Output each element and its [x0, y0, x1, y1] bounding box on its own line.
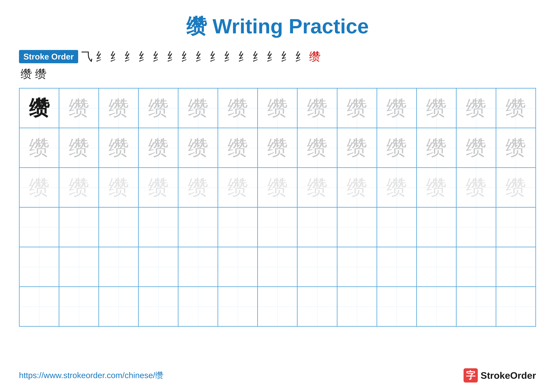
practice-char-ghost: 缵: [426, 177, 447, 198]
grid-cell-1-11[interactable]: 缵: [416, 88, 456, 128]
grid-cell-3-4[interactable]: 缵: [139, 168, 178, 207]
practice-char-guide: 缵: [347, 138, 367, 158]
grid-cell-6-6[interactable]: [218, 287, 258, 326]
grid-cell-2-10[interactable]: 缵: [377, 128, 416, 168]
grid-cell-5-11[interactable]: [416, 247, 456, 287]
grid-cell-5-13[interactable]: [496, 247, 536, 287]
practice-char-guide: 缵: [505, 98, 526, 118]
grid-cell-4-2[interactable]: [59, 207, 99, 247]
grid-cell-5-6[interactable]: [218, 247, 258, 287]
practice-char-guide: 缵: [386, 98, 407, 118]
grid-cell-4-9[interactable]: [337, 207, 377, 247]
grid-cell-2-5[interactable]: 缵: [178, 128, 218, 168]
grid-cell-3-12[interactable]: 缵: [456, 168, 496, 207]
grid-cell-3-6[interactable]: 缵: [218, 168, 258, 207]
grid-cell-3-1[interactable]: 缵: [19, 168, 59, 207]
stroke-11: 纟: [224, 51, 235, 62]
page: 缵 Writing Practice Stroke Order ⺄ 纟 纟 纟 …: [0, 0, 555, 392]
grid-cell-2-2[interactable]: 缵: [59, 128, 99, 168]
grid-cell-5-2[interactable]: [59, 247, 99, 287]
grid-cell-1-9[interactable]: 缵: [337, 88, 377, 128]
grid-cell-1-8[interactable]: 缵: [297, 88, 337, 128]
grid-cell-3-13[interactable]: 缵: [496, 168, 536, 207]
grid-cell-5-10[interactable]: [377, 247, 416, 287]
grid-cell-2-3[interactable]: 缵: [99, 128, 139, 168]
practice-char-guide: 缵: [307, 98, 328, 118]
practice-char-ghost: 缵: [505, 177, 526, 198]
grid-cell-4-5[interactable]: [178, 207, 218, 247]
grid-cell-1-6[interactable]: 缵: [218, 88, 258, 128]
grid-cell-3-2[interactable]: 缵: [59, 168, 99, 207]
grid-cell-5-5[interactable]: [178, 247, 218, 287]
grid-cell-5-4[interactable]: [139, 247, 178, 287]
grid-cell-5-8[interactable]: [297, 247, 337, 287]
practice-char-guide: 缵: [108, 138, 129, 158]
grid-cell-4-1[interactable]: [19, 207, 59, 247]
footer: https://www.strokeorder.com/chinese/缵 字 …: [19, 368, 536, 383]
grid-cell-2-1[interactable]: 缵: [19, 128, 59, 168]
grid-cell-2-13[interactable]: 缵: [496, 128, 536, 168]
grid-cell-4-12[interactable]: [456, 207, 496, 247]
grid-cell-3-3[interactable]: 缵: [99, 168, 139, 207]
grid-cell-1-3[interactable]: 缵: [99, 88, 139, 128]
grid-cell-6-4[interactable]: [139, 287, 178, 326]
grid-cell-6-3[interactable]: [99, 287, 139, 326]
grid-cell-3-8[interactable]: 缵: [297, 168, 337, 207]
stroke-sequence: ⺄ 纟 纟 纟 纟 纟 纟 纟 纟 纟 纟 纟 纟 纟 纟 纟 缵: [81, 51, 321, 62]
practice-char-guide: 缵: [188, 138, 208, 158]
grid-cell-4-8[interactable]: [297, 207, 337, 247]
grid-cell-3-11[interactable]: 缵: [416, 168, 456, 207]
grid-cell-4-6[interactable]: [218, 207, 258, 247]
grid-cell-4-11[interactable]: [416, 207, 456, 247]
grid-cell-1-5[interactable]: 缵: [178, 88, 218, 128]
grid-cell-6-9[interactable]: [337, 287, 377, 326]
grid-cell-4-4[interactable]: [139, 207, 178, 247]
grid-cell-6-1[interactable]: [19, 287, 59, 326]
grid-cell-3-9[interactable]: 缵: [337, 168, 377, 207]
grid-cell-6-12[interactable]: [456, 287, 496, 326]
grid-cell-2-7[interactable]: 缵: [258, 128, 297, 168]
grid-cell-6-11[interactable]: [416, 287, 456, 326]
grid-cell-1-12[interactable]: 缵: [456, 88, 496, 128]
grid-cell-5-3[interactable]: [99, 247, 139, 287]
grid-cell-1-7[interactable]: 缵: [258, 88, 297, 128]
grid-cell-6-13[interactable]: [496, 287, 536, 326]
grid-cell-5-9[interactable]: [337, 247, 377, 287]
grid-cell-2-6[interactable]: 缵: [218, 128, 258, 168]
grid-row-3: 缵 缵 缵 缵 缵 缵 缵 缵 缵 缵 缵 缵 缵: [19, 168, 536, 207]
footer-url[interactable]: https://www.strokeorder.com/chinese/缵: [19, 370, 163, 381]
grid-cell-3-10[interactable]: 缵: [377, 168, 416, 207]
practice-char-guide: 缵: [426, 98, 447, 118]
practice-char-ghost: 缵: [227, 177, 248, 198]
grid-cell-3-7[interactable]: 缵: [258, 168, 297, 207]
grid-cell-2-11[interactable]: 缵: [416, 128, 456, 168]
practice-char-ghost: 缵: [386, 177, 407, 198]
grid-cell-4-7[interactable]: [258, 207, 297, 247]
grid-cell-1-4[interactable]: 缵: [139, 88, 178, 128]
grid-cell-4-13[interactable]: [496, 207, 536, 247]
grid-cell-5-1[interactable]: [19, 247, 59, 287]
grid-cell-3-5[interactable]: 缵: [178, 168, 218, 207]
grid-cell-1-2[interactable]: 缵: [59, 88, 99, 128]
grid-cell-6-7[interactable]: [258, 287, 297, 326]
grid-cell-1-1[interactable]: 缵: [19, 88, 59, 128]
grid-cell-6-5[interactable]: [178, 287, 218, 326]
grid-cell-2-8[interactable]: 缵: [297, 128, 337, 168]
practice-char-guide: 缵: [148, 98, 169, 118]
grid-cell-6-8[interactable]: [297, 287, 337, 326]
grid-cell-5-7[interactable]: [258, 247, 297, 287]
grid-cell-2-9[interactable]: 缵: [337, 128, 377, 168]
footer-logo: 字 StrokeOrder: [464, 368, 536, 383]
stroke-14: 纟: [266, 51, 278, 62]
grid-cell-6-2[interactable]: [59, 287, 99, 326]
grid-cell-2-4[interactable]: 缵: [139, 128, 178, 168]
grid-cell-4-10[interactable]: [377, 207, 416, 247]
grid-cell-1-13[interactable]: 缵: [496, 88, 536, 128]
grid-cell-1-10[interactable]: 缵: [377, 88, 416, 128]
stroke-2: 纟: [95, 51, 107, 62]
grid-cell-2-12[interactable]: 缵: [456, 128, 496, 168]
grid-cell-6-10[interactable]: [377, 287, 416, 326]
grid-cell-4-3[interactable]: [99, 207, 139, 247]
grid-cell-5-12[interactable]: [456, 247, 496, 287]
stroke-12: 纟: [238, 51, 249, 62]
